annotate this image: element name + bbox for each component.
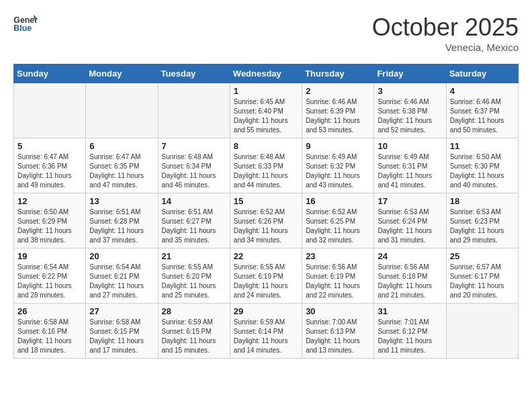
day-number: 13 <box>89 196 154 206</box>
day-number: 15 <box>234 196 298 206</box>
day-info: Sunrise: 6:57 AM Sunset: 6:17 PM Dayligh… <box>450 263 515 300</box>
location: Venecia, Mexico <box>372 42 519 53</box>
day-info: Sunrise: 6:58 AM Sunset: 6:15 PM Dayligh… <box>89 318 154 355</box>
day-header-thursday: Thursday <box>302 64 374 83</box>
day-header-saturday: Saturday <box>446 64 518 83</box>
day-info: Sunrise: 6:53 AM Sunset: 6:23 PM Dayligh… <box>450 208 515 245</box>
day-info: Sunrise: 6:45 AM Sunset: 6:40 PM Dayligh… <box>234 97 298 135</box>
logo: General Blue <box>13 13 40 34</box>
week-row-4: 19Sunrise: 6:54 AM Sunset: 6:22 PM Dayli… <box>14 248 519 304</box>
day-info: Sunrise: 6:59 AM Sunset: 6:14 PM Dayligh… <box>234 318 298 355</box>
page-header: General Blue October 2025 Venecia, Mexic… <box>13 13 519 53</box>
title-block: October 2025 Venecia, Mexico <box>372 13 519 53</box>
day-number: 3 <box>378 86 442 96</box>
day-info: Sunrise: 6:48 AM Sunset: 6:34 PM Dayligh… <box>162 152 226 190</box>
calendar-cell: 3Sunrise: 6:46 AM Sunset: 6:38 PM Daylig… <box>374 83 446 138</box>
svg-text:Blue: Blue <box>13 24 32 33</box>
day-info: Sunrise: 7:01 AM Sunset: 6:12 PM Dayligh… <box>378 318 442 355</box>
day-number: 8 <box>234 141 298 151</box>
day-number: 18 <box>450 196 515 206</box>
day-number: 26 <box>17 306 82 316</box>
day-header-monday: Monday <box>86 64 158 83</box>
day-number: 25 <box>450 251 515 261</box>
day-info: Sunrise: 6:50 AM Sunset: 6:29 PM Dayligh… <box>17 208 82 245</box>
day-number: 23 <box>306 251 370 261</box>
calendar-cell: 27Sunrise: 6:58 AM Sunset: 6:15 PM Dayli… <box>86 304 158 359</box>
calendar-cell <box>86 83 158 138</box>
day-number: 2 <box>306 86 370 96</box>
calendar-cell: 8Sunrise: 6:48 AM Sunset: 6:33 PM Daylig… <box>230 138 302 193</box>
day-info: Sunrise: 6:47 AM Sunset: 6:36 PM Dayligh… <box>17 152 82 190</box>
calendar-cell: 9Sunrise: 6:49 AM Sunset: 6:32 PM Daylig… <box>302 138 374 193</box>
day-number: 19 <box>17 251 82 261</box>
calendar-cell: 12Sunrise: 6:50 AM Sunset: 6:29 PM Dayli… <box>14 193 86 248</box>
calendar-cell: 21Sunrise: 6:55 AM Sunset: 6:20 PM Dayli… <box>158 248 230 304</box>
day-number: 14 <box>162 196 226 206</box>
calendar-cell: 6Sunrise: 6:47 AM Sunset: 6:35 PM Daylig… <box>86 138 158 193</box>
day-info: Sunrise: 6:52 AM Sunset: 6:25 PM Dayligh… <box>306 208 370 245</box>
week-row-3: 12Sunrise: 6:50 AM Sunset: 6:29 PM Dayli… <box>14 193 519 248</box>
day-info: Sunrise: 6:50 AM Sunset: 6:30 PM Dayligh… <box>450 152 515 190</box>
calendar-cell: 29Sunrise: 6:59 AM Sunset: 6:14 PM Dayli… <box>230 304 302 359</box>
day-number: 4 <box>450 86 515 96</box>
day-number: 22 <box>234 251 298 261</box>
day-info: Sunrise: 6:46 AM Sunset: 6:38 PM Dayligh… <box>378 97 442 135</box>
calendar-cell: 13Sunrise: 6:51 AM Sunset: 6:28 PM Dayli… <box>86 193 158 248</box>
day-header-friday: Friday <box>374 64 446 83</box>
day-info: Sunrise: 6:55 AM Sunset: 6:19 PM Dayligh… <box>234 263 298 300</box>
calendar-table: SundayMondayTuesdayWednesdayThursdayFrid… <box>13 64 519 359</box>
calendar-cell: 5Sunrise: 6:47 AM Sunset: 6:36 PM Daylig… <box>14 138 86 193</box>
calendar-cell <box>446 304 518 359</box>
calendar-cell: 16Sunrise: 6:52 AM Sunset: 6:25 PM Dayli… <box>302 193 374 248</box>
calendar-cell: 7Sunrise: 6:48 AM Sunset: 6:34 PM Daylig… <box>158 138 230 193</box>
day-info: Sunrise: 6:58 AM Sunset: 6:16 PM Dayligh… <box>17 318 82 355</box>
day-info: Sunrise: 6:46 AM Sunset: 6:37 PM Dayligh… <box>450 97 515 135</box>
day-info: Sunrise: 6:47 AM Sunset: 6:35 PM Dayligh… <box>89 152 154 190</box>
day-header-tuesday: Tuesday <box>158 64 230 83</box>
calendar-cell: 28Sunrise: 6:59 AM Sunset: 6:15 PM Dayli… <box>158 304 230 359</box>
day-info: Sunrise: 6:51 AM Sunset: 6:28 PM Dayligh… <box>89 208 154 245</box>
day-number: 9 <box>306 141 370 151</box>
week-row-5: 26Sunrise: 6:58 AM Sunset: 6:16 PM Dayli… <box>14 304 519 359</box>
day-info: Sunrise: 6:56 AM Sunset: 6:19 PM Dayligh… <box>306 263 370 300</box>
calendar-cell <box>158 83 230 138</box>
calendar-cell: 17Sunrise: 6:53 AM Sunset: 6:24 PM Dayli… <box>374 193 446 248</box>
day-info: Sunrise: 6:49 AM Sunset: 6:31 PM Dayligh… <box>378 152 442 190</box>
day-number: 20 <box>89 251 154 261</box>
day-number: 30 <box>306 306 370 316</box>
day-info: Sunrise: 6:52 AM Sunset: 6:26 PM Dayligh… <box>234 208 298 245</box>
calendar-cell: 19Sunrise: 6:54 AM Sunset: 6:22 PM Dayli… <box>14 248 86 304</box>
day-info: Sunrise: 7:00 AM Sunset: 6:13 PM Dayligh… <box>306 318 370 355</box>
calendar-cell <box>14 83 86 138</box>
day-info: Sunrise: 6:56 AM Sunset: 6:18 PM Dayligh… <box>378 263 442 300</box>
calendar-cell: 2Sunrise: 6:46 AM Sunset: 6:39 PM Daylig… <box>302 83 374 138</box>
day-number: 24 <box>378 251 442 261</box>
day-header-wednesday: Wednesday <box>230 64 302 83</box>
calendar-cell: 26Sunrise: 6:58 AM Sunset: 6:16 PM Dayli… <box>14 304 86 359</box>
day-info: Sunrise: 6:51 AM Sunset: 6:27 PM Dayligh… <box>162 208 226 245</box>
day-number: 21 <box>162 251 226 261</box>
day-number: 11 <box>450 141 515 151</box>
calendar-cell: 31Sunrise: 7:01 AM Sunset: 6:12 PM Dayli… <box>374 304 446 359</box>
day-number: 10 <box>378 141 442 151</box>
day-number: 28 <box>162 306 226 316</box>
days-header-row: SundayMondayTuesdayWednesdayThursdayFrid… <box>14 64 519 83</box>
calendar-cell: 14Sunrise: 6:51 AM Sunset: 6:27 PM Dayli… <box>158 193 230 248</box>
day-info: Sunrise: 6:48 AM Sunset: 6:33 PM Dayligh… <box>234 152 298 190</box>
calendar-cell: 18Sunrise: 6:53 AM Sunset: 6:23 PM Dayli… <box>446 193 518 248</box>
day-number: 31 <box>378 306 442 316</box>
day-info: Sunrise: 6:55 AM Sunset: 6:20 PM Dayligh… <box>162 263 226 300</box>
calendar-body: 1Sunrise: 6:45 AM Sunset: 6:40 PM Daylig… <box>14 83 519 359</box>
day-info: Sunrise: 6:54 AM Sunset: 6:21 PM Dayligh… <box>89 263 154 300</box>
day-info: Sunrise: 6:46 AM Sunset: 6:39 PM Dayligh… <box>306 97 370 135</box>
day-number: 16 <box>306 196 370 206</box>
calendar-cell: 10Sunrise: 6:49 AM Sunset: 6:31 PM Dayli… <box>374 138 446 193</box>
day-number: 29 <box>234 306 298 316</box>
day-number: 5 <box>17 141 82 151</box>
day-info: Sunrise: 6:53 AM Sunset: 6:24 PM Dayligh… <box>378 208 442 245</box>
calendar-cell: 24Sunrise: 6:56 AM Sunset: 6:18 PM Dayli… <box>374 248 446 304</box>
calendar-cell: 20Sunrise: 6:54 AM Sunset: 6:21 PM Dayli… <box>86 248 158 304</box>
day-number: 7 <box>162 141 226 151</box>
calendar-cell: 22Sunrise: 6:55 AM Sunset: 6:19 PM Dayli… <box>230 248 302 304</box>
day-header-sunday: Sunday <box>14 64 86 83</box>
